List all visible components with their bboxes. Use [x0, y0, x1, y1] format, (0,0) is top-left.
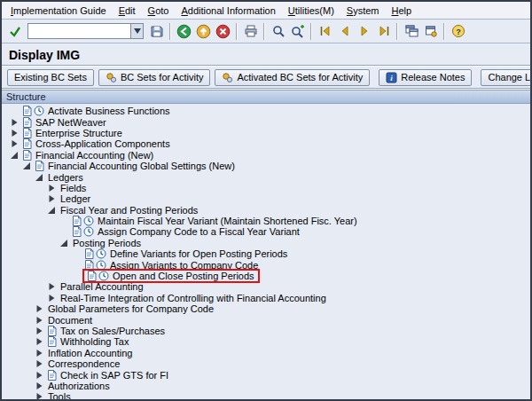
activated-bc-sets-for-activity-button[interactable]: Activated BC Sets for Activity: [215, 69, 370, 86]
menu-edit[interactable]: Edit: [113, 4, 142, 18]
expand-arrow-icon[interactable]: [45, 184, 58, 193]
doc-icon[interactable]: [85, 271, 98, 281]
doc-icon[interactable]: [20, 150, 33, 161]
tree-item-authorizations[interactable]: Authorizations: [4, 381, 528, 391]
tree-item-posting-periods[interactable]: Posting Periods: [4, 238, 528, 248]
tree-item-check-in-sap-gts-for-fi[interactable]: Check in SAP GTS for FI: [4, 369, 528, 380]
doc-icon[interactable]: [20, 117, 33, 128]
previous-page-icon[interactable]: [335, 22, 354, 41]
bc-gear-icon: [106, 72, 117, 83]
tree-item-correspondence[interactable]: Correspondence: [4, 358, 528, 369]
expand-arrow-icon[interactable]: [8, 118, 20, 127]
dropdown-arrow-icon[interactable]: [130, 23, 144, 39]
first-page-icon[interactable]: [316, 22, 334, 41]
cancel-icon[interactable]: [214, 22, 232, 41]
tree-item-ledgers[interactable]: Ledgers: [4, 171, 528, 182]
help-icon[interactable]: ?: [449, 22, 467, 41]
expand-arrow-icon[interactable]: [33, 381, 45, 390]
tree-item-tax-on-sales-purchases[interactable]: Tax on Sales/Purchases: [4, 326, 528, 336]
create-shortcut-icon[interactable]: [421, 22, 440, 41]
tree-item-global-parameters-for-company-code[interactable]: Global Parameters for Company Code: [4, 303, 528, 314]
back-icon[interactable]: [175, 22, 193, 41]
tree-item-financial-accounting-new[interactable]: Financial Accounting (New): [4, 150, 528, 161]
expand-arrow-icon[interactable]: [33, 316, 45, 325]
expand-arrow-icon[interactable]: [8, 129, 20, 138]
doc-icon[interactable]: [70, 216, 82, 226]
doc-icon[interactable]: [20, 128, 33, 138]
collapse-arrow-icon[interactable]: [33, 173, 45, 182]
menu-help[interactable]: Help: [386, 4, 419, 18]
doc-icon[interactable]: [82, 248, 95, 259]
menu-system[interactable]: System: [340, 4, 386, 18]
save-icon[interactable]: [147, 22, 166, 41]
tree-item-tools[interactable]: Tools: [4, 391, 528, 399]
tree-item-assign-company-code-to-a-fiscal-year-variant[interactable]: Assign Company Code to a Fiscal Year Var…: [4, 226, 528, 237]
tree-item-enterprise-structure[interactable]: Enterprise Structure: [4, 128, 528, 138]
expand-arrow-icon[interactable]: [45, 194, 58, 203]
collapse-arrow-icon[interactable]: [58, 239, 70, 248]
expand-arrow-icon[interactable]: [45, 282, 58, 291]
tree-item-inflation-accounting[interactable]: Inflation Accounting: [4, 348, 528, 358]
expand-arrow-icon[interactable]: [45, 294, 58, 303]
menu-utilities-m[interactable]: Utilities(M): [282, 4, 340, 18]
change-log-button[interactable]: Change Log: [481, 69, 532, 86]
tree-item-withholding-tax[interactable]: Withholding Tax: [4, 336, 528, 347]
doc-icon[interactable]: [70, 226, 82, 237]
expand-arrow-icon[interactable]: [33, 349, 45, 358]
existing-bc-sets-button[interactable]: Existing BC Sets: [7, 69, 94, 86]
tree-item-document[interactable]: Document: [4, 314, 528, 325]
doc-icon[interactable]: [45, 326, 58, 336]
expand-arrow-icon[interactable]: [33, 304, 45, 313]
release-notes-button[interactable]: iRelease Notes: [379, 69, 472, 86]
tree-item-parallel-accounting[interactable]: Parallel Accounting: [4, 281, 528, 292]
tree-item-ledger[interactable]: Ledger: [4, 193, 528, 204]
collapse-arrow-icon[interactable]: [20, 161, 33, 170]
tree-item-financial-accounting-global-settings-new[interactable]: Financial Accounting Global Settings (Ne…: [4, 161, 528, 171]
print-icon[interactable]: [241, 22, 260, 41]
bc-sets-for-activity-button[interactable]: BC Sets for Activity: [98, 69, 211, 86]
last-page-icon[interactable]: [374, 22, 393, 41]
doc-icon[interactable]: [45, 336, 58, 347]
indent: [4, 374, 33, 375]
tree-item-label: Posting Periods: [70, 238, 141, 248]
page-title: Display IMG: [9, 48, 80, 62]
tree-item-sap-netweaver[interactable]: SAP NetWeaver: [4, 116, 528, 127]
exit-icon[interactable]: [194, 22, 213, 41]
menu-additional-information[interactable]: Additional Information: [175, 4, 281, 18]
find-icon[interactable]: [269, 22, 287, 41]
tree-item-fields[interactable]: Fields: [4, 183, 528, 193]
tree-item-label: Tools: [45, 391, 71, 399]
expand-arrow-icon[interactable]: [33, 337, 45, 346]
collapse-arrow-icon[interactable]: [45, 206, 58, 215]
expand-arrow-icon[interactable]: [33, 392, 45, 399]
doc-icon[interactable]: [45, 370, 58, 381]
tree-item-label: Maintain Fiscal Year Variant (Maintain S…: [95, 216, 357, 226]
menu-implementation-guide[interactable]: Implementation Guide: [4, 4, 113, 18]
expand-arrow-icon[interactable]: [33, 326, 45, 335]
expand-arrow-icon[interactable]: [8, 139, 20, 148]
menu-goto[interactable]: Goto: [142, 4, 176, 18]
tree-item-define-variants-for-open-posting-periods[interactable]: Define Variants for Open Posting Periods: [4, 248, 528, 259]
find-next-icon[interactable]: [288, 22, 307, 41]
tree-item-cross-application-components[interactable]: Cross-Application Components: [4, 138, 528, 149]
tree-item-real-time-integration-of-controlling-with-financial-accounting[interactable]: Real-Time Integration of Controlling wit…: [4, 293, 528, 303]
command-field[interactable]: [27, 23, 130, 39]
expand-arrow-icon[interactable]: [33, 371, 45, 380]
tree-item-open-and-close-posting-periods[interactable]: Open and Close Posting Periods: [4, 271, 528, 281]
enter-icon[interactable]: [5, 22, 24, 41]
activity-icon[interactable]: [82, 226, 95, 237]
activity-icon[interactable]: [95, 248, 107, 259]
next-page-icon[interactable]: [355, 22, 373, 41]
doc-icon[interactable]: [20, 106, 33, 116]
activity-icon[interactable]: [98, 271, 110, 281]
activity-icon[interactable]: [33, 106, 45, 116]
expand-arrow-icon[interactable]: [33, 359, 45, 368]
create-session-icon[interactable]: [402, 22, 420, 41]
tree-item-fiscal-year-and-posting-periods[interactable]: Fiscal Year and Posting Periods: [4, 205, 528, 216]
doc-icon[interactable]: [20, 138, 33, 149]
activity-icon[interactable]: [82, 216, 95, 226]
doc-icon[interactable]: [33, 161, 45, 171]
tree-item-activate-business-functions[interactable]: Activate Business Functions: [4, 106, 528, 116]
tree-item-maintain-fiscal-year-variant-maintain-shortened-fisc-year[interactable]: Maintain Fiscal Year Variant (Maintain S…: [4, 216, 528, 226]
collapse-arrow-icon[interactable]: [8, 151, 20, 160]
